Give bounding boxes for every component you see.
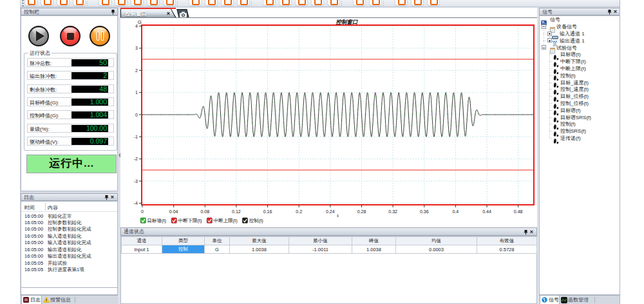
tree-item[interactable]: 信号 xyxy=(550,16,560,23)
close-icon[interactable]: × xyxy=(612,9,618,15)
tab-log[interactable]: 日志 xyxy=(21,296,42,304)
tree-item[interactable]: 目标_位移(t) xyxy=(560,93,589,100)
channel-col-header[interactable]: 类型 xyxy=(162,237,205,245)
toolbar-icon[interactable] xyxy=(327,0,340,6)
toolbar-icon[interactable] xyxy=(73,0,86,6)
pin-icon[interactable] xyxy=(607,9,612,15)
toolbar-icon[interactable] xyxy=(131,0,144,6)
toolbar-icon[interactable] xyxy=(411,0,424,6)
toolbar-icon[interactable] xyxy=(24,0,37,6)
tree-expander-plus[interactable] xyxy=(547,38,552,43)
legend-checkbox[interactable] xyxy=(242,218,248,223)
log-row[interactable]: 16:05:00 控制参数初始化完成 xyxy=(24,226,43,232)
channel-cell[interactable]: G xyxy=(205,245,230,254)
channel-cell[interactable]: 0.0003 xyxy=(396,245,477,254)
log-row[interactable]: 16:05:00 初始化正常 xyxy=(24,213,43,219)
channel-cell[interactable]: 控制 xyxy=(162,245,205,254)
tab-snapshot[interactable] xyxy=(176,9,189,18)
toolbar-icon[interactable] xyxy=(395,0,408,6)
tab-control-window[interactable]: 控制窗口 × xyxy=(120,9,176,18)
stop-button[interactable] xyxy=(60,26,80,46)
toolbar-icon[interactable] xyxy=(263,0,276,6)
log-row[interactable]: 16:05:05 执行进度表第1项 xyxy=(24,267,43,272)
toolbar-icon[interactable] xyxy=(353,0,366,6)
tree-item[interactable]: 目标谱(f) xyxy=(560,107,581,114)
toolbar-icon[interactable] xyxy=(311,0,324,6)
right-dock-tabbar: 信号 函数管理 xyxy=(539,295,620,304)
toolbar-icon[interactable] xyxy=(189,0,202,6)
tree-item[interactable]: 控制_速度(t) xyxy=(560,86,589,93)
toolbar-icon[interactable] xyxy=(237,0,250,6)
toolbar-grip[interactable] xyxy=(22,0,24,6)
log-row[interactable]: 16:05:00 输出通道初始化完成 xyxy=(24,253,43,259)
toolbar-icon[interactable] xyxy=(41,0,53,6)
pin-icon[interactable] xyxy=(104,195,109,200)
start-button[interactable] xyxy=(28,26,49,46)
tree-item[interactable]: 试验信号 xyxy=(556,44,577,52)
channel-col-header[interactable]: 通道 xyxy=(122,237,162,245)
toolbar-icon[interactable] xyxy=(427,0,440,6)
channel-cell[interactable]: 1.0038 xyxy=(352,245,396,254)
toolbar-separator xyxy=(177,0,178,6)
channel-col-header[interactable]: 有效值 xyxy=(477,237,537,245)
tree-item[interactable]: 输入通道 1 xyxy=(560,30,585,37)
toolbar-icon[interactable] xyxy=(295,0,308,6)
pin-icon[interactable] xyxy=(523,229,529,235)
tab-close-icon[interactable]: × xyxy=(167,10,170,17)
channel-col-header[interactable]: 峰值 xyxy=(352,237,396,245)
tree-item[interactable]: 控制(f) xyxy=(560,120,576,128)
toolbar-icon[interactable] xyxy=(369,0,382,6)
tree-item[interactable]: 目标谱(t) xyxy=(560,51,581,58)
tree-item[interactable]: 逆传递(f) xyxy=(560,135,581,142)
tree-expander-minus[interactable] xyxy=(542,24,546,29)
legend-item[interactable]: 中断下限(t) xyxy=(171,218,202,223)
tab-signal[interactable]: 信号 xyxy=(540,296,560,304)
chart-title: 控制窗口 xyxy=(336,19,359,25)
log-row[interactable]: 16:05:00 输入通道初始化完成 xyxy=(24,240,43,245)
tree-item[interactable]: 中断下限(t) xyxy=(560,58,586,65)
tab-alarm-info[interactable]: 报警信息 xyxy=(42,296,74,304)
channel-cell[interactable]: 1.0038 xyxy=(230,245,289,254)
toolbar-icon[interactable] xyxy=(221,0,234,6)
legend-item[interactable]: 控制(t) xyxy=(242,218,263,223)
tree-item[interactable]: 设备信号 xyxy=(556,23,577,30)
channel-col-header[interactable]: 单位 xyxy=(205,237,230,245)
pin-icon[interactable] xyxy=(110,9,116,15)
legend-item[interactable]: 目标谱(t) xyxy=(140,218,167,223)
tree-item[interactable]: 控制_位移(t) xyxy=(560,100,589,107)
tree-item[interactable]: 目标谱SRS(f) xyxy=(560,114,591,121)
close-icon[interactable]: × xyxy=(109,195,115,200)
y-tick-label: -3 xyxy=(134,179,138,184)
channel-col-header[interactable]: 最小值 xyxy=(289,237,352,245)
tree-item[interactable]: 目标_速度(t) xyxy=(560,79,589,86)
tree-expander-plus[interactable] xyxy=(547,32,552,36)
legend-item[interactable]: 中断上限(t) xyxy=(207,218,238,223)
toolbar-icon[interactable] xyxy=(205,0,218,6)
tree-item[interactable]: 中断上限(t) xyxy=(560,65,586,72)
pause-button[interactable] xyxy=(90,26,110,46)
log-row[interactable]: 16:05:00 输出通道初始化 xyxy=(24,247,43,252)
log-row[interactable]: 16:05:00 控制参数初始化 xyxy=(24,220,43,225)
legend-checkbox[interactable] xyxy=(140,218,146,223)
log-row[interactable]: 16:05:05 开始试验 xyxy=(24,260,43,266)
toolbar-icon[interactable] xyxy=(99,0,111,6)
channel-cell[interactable]: Input 1 xyxy=(122,245,162,254)
channel-cell[interactable]: -1.0011 xyxy=(289,245,352,254)
toolbar-icon[interactable] xyxy=(279,0,292,6)
legend-checkbox[interactable] xyxy=(171,218,177,223)
channel-cell[interactable]: 0.5728 xyxy=(477,245,537,254)
toolbar-icon[interactable] xyxy=(147,0,160,6)
channel-col-header[interactable]: 均值 xyxy=(396,237,477,245)
channel-col-header[interactable]: 最大值 xyxy=(230,237,289,245)
toolbar-icon[interactable] xyxy=(57,0,70,6)
tree-item[interactable]: 控制(t) xyxy=(560,72,576,79)
toolbar-icon[interactable] xyxy=(163,0,176,6)
legend-checkbox[interactable] xyxy=(207,218,213,223)
tree-expander-minus[interactable] xyxy=(542,45,546,50)
tree-item[interactable]: 输出通道 1 xyxy=(560,37,585,44)
toolbar-icon[interactable] xyxy=(115,0,128,6)
tree-item[interactable]: 控制SRS(f) xyxy=(560,128,586,135)
tab-function-manager[interactable]: 函数管理 xyxy=(560,296,593,304)
log-row[interactable]: 16:05:00 输入通道初始化 xyxy=(24,233,43,239)
close-icon[interactable]: × xyxy=(529,229,535,235)
